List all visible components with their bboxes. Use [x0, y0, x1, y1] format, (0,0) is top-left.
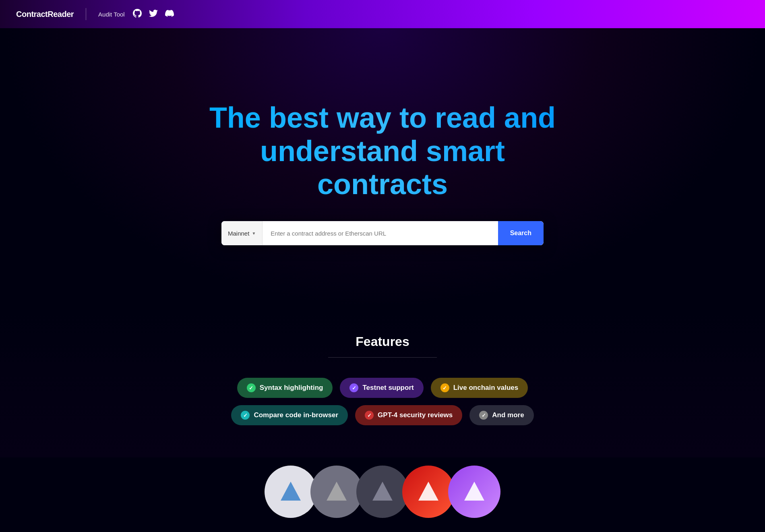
hero-title: The best way to read and understand smar… — [201, 101, 564, 201]
chain-icon-1 — [265, 466, 317, 518]
check-icon: ✓ — [349, 383, 358, 392]
features-grid: ✓ Syntax highlighting ✓ Testnet support … — [231, 378, 533, 425]
features-section: Features ✓ Syntax highlighting ✓ Testnet… — [0, 310, 765, 457]
chain-icons-row — [0, 457, 765, 518]
audit-tool-link[interactable]: Audit Tool — [98, 11, 125, 18]
chain-icon-3 — [356, 466, 409, 518]
feature-label: Compare code in-browser — [254, 411, 338, 419]
feature-label: Live onchain values — [453, 384, 519, 392]
features-row-2: ✓ Compare code in-browser ✓ GPT-4 securi… — [231, 405, 533, 425]
feature-label: And more — [492, 411, 524, 419]
svg-marker-0 — [281, 482, 301, 501]
twitter-icon[interactable] — [149, 9, 158, 20]
svg-marker-3 — [418, 482, 438, 501]
feature-and-more[interactable]: ✓ And more — [469, 405, 533, 425]
network-label: Mainnet — [228, 230, 249, 237]
svg-marker-4 — [464, 482, 484, 501]
svg-marker-2 — [372, 482, 393, 501]
chain-icon-5 — [448, 466, 500, 518]
features-row-1: ✓ Syntax highlighting ✓ Testnet support … — [237, 378, 528, 398]
chevron-down-icon: ▼ — [252, 231, 256, 236]
check-icon: ✓ — [241, 411, 250, 420]
check-icon: ✓ — [479, 411, 488, 420]
features-divider — [328, 357, 437, 358]
check-icon: ✓ — [247, 383, 256, 392]
nav-icons — [133, 9, 174, 20]
feature-label: GPT-4 security reviews — [378, 411, 453, 419]
check-icon: ✓ — [365, 411, 374, 420]
feature-label: Syntax highlighting — [260, 384, 323, 392]
nav-divider — [86, 8, 86, 20]
network-selector[interactable]: Mainnet ▼ — [221, 221, 263, 245]
github-icon[interactable] — [133, 9, 142, 20]
discord-icon[interactable] — [165, 9, 174, 20]
check-icon: ✓ — [440, 383, 449, 392]
chain-icon-4 — [402, 466, 455, 518]
feature-label: Testnet support — [362, 384, 414, 392]
hero-section: The best way to read and understand smar… — [0, 28, 765, 310]
search-button[interactable]: Search — [498, 221, 544, 245]
search-bar: Mainnet ▼ Search — [221, 221, 544, 245]
feature-syntax-highlighting[interactable]: ✓ Syntax highlighting — [237, 378, 333, 398]
search-input[interactable] — [263, 221, 498, 245]
feature-gpt4-security[interactable]: ✓ GPT-4 security reviews — [355, 405, 462, 425]
navbar: ContractReader Audit Tool — [0, 0, 765, 28]
feature-testnet-support[interactable]: ✓ Testnet support — [340, 378, 423, 398]
chain-icon-2 — [310, 466, 363, 518]
svg-marker-1 — [327, 482, 347, 501]
feature-live-onchain[interactable]: ✓ Live onchain values — [431, 378, 528, 398]
brand-logo[interactable]: ContractReader — [16, 10, 74, 19]
feature-compare-code[interactable]: ✓ Compare code in-browser — [231, 405, 348, 425]
features-title: Features — [356, 334, 409, 349]
